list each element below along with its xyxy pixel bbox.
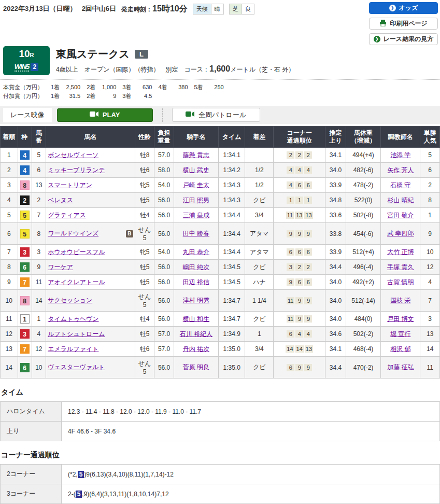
sex-age-cell: せん5: [135, 290, 154, 312]
margin-cell: 3/4: [245, 342, 274, 357]
jockey-link[interactable]: 横山 和生: [183, 315, 209, 323]
time-row-value: 4F 46.6 - 3F 34.6: [62, 422, 440, 441]
trainer-link[interactable]: 矢作 芳人: [387, 166, 414, 174]
horse-name-link[interactable]: ルフトシュトローム: [48, 330, 105, 339]
corner-section-title: コーナー通過順位: [1, 451, 440, 460]
body-weight-cell: 522(0): [346, 193, 381, 208]
trainer-link[interactable]: 古賀 慎明: [387, 278, 414, 286]
frame-badge: 7: [20, 344, 30, 354]
body-weight-cell: 468(-4): [346, 342, 381, 357]
jockey-link[interactable]: 菅原 明良: [183, 363, 209, 371]
jockey-link[interactable]: 丹内 祐次: [183, 345, 209, 353]
trainer-link[interactable]: 手塚 貴久: [387, 263, 414, 271]
corner-position: 2: [304, 263, 312, 271]
play-button[interactable]: PLAY: [57, 108, 153, 122]
frame-badge: 8: [20, 296, 30, 305]
trainer-link[interactable]: 杉山 晴紀: [387, 197, 414, 204]
agari-cell: 34.0: [325, 290, 346, 312]
trainer-link[interactable]: 相沢 郁: [390, 345, 410, 353]
trainer-link[interactable]: 武 幸四郎: [387, 230, 414, 237]
jockey-link[interactable]: 田中 勝春: [183, 230, 209, 237]
horse-name-link[interactable]: ベレヌス: [48, 196, 73, 205]
horse-name-link[interactable]: ヴェスターヴァルト: [48, 363, 105, 372]
frame-badge: 4: [20, 165, 30, 175]
jockey-link[interactable]: 丸田 恭介: [183, 248, 209, 256]
corner-position: 9: [304, 230, 312, 237]
table-row: 13712エメラルファイト牡657.0丹内 祐次1:35.03/41414133…: [1, 342, 440, 357]
position-cell: 10: [1, 290, 18, 312]
corner-position: 1: [295, 197, 303, 204]
weather-badge: 天候晴: [193, 4, 224, 15]
horse-name-link[interactable]: ボンセルヴィーソ: [48, 151, 98, 160]
horse-name-link[interactable]: アオイクレアトール: [48, 278, 105, 287]
corner-row-value: 2-(5,9)(6,4)(3,13,11)(1,8,10,14)7,12: [62, 484, 440, 504]
prize-place: 2着: [87, 83, 95, 92]
horse-name-link[interactable]: ホウオウピースフル: [48, 248, 105, 257]
position-cell: 12: [1, 327, 18, 342]
trainer-link[interactable]: 大竹 正博: [387, 248, 414, 256]
patrol-video-button[interactable]: 全周パトロール: [172, 108, 260, 122]
trainer-link[interactable]: 戸田 博文: [387, 315, 414, 323]
horse-name-link[interactable]: エメラルファイト: [48, 345, 98, 354]
horse-name-link[interactable]: ミッキーブリランテ: [48, 166, 105, 175]
jockey-cell: 石川 裕紀人: [174, 327, 218, 342]
corner-position: 1: [304, 197, 312, 204]
trainer-link[interactable]: 宮田 敬介: [387, 212, 414, 219]
body-weight-cell: 470(-2): [346, 357, 381, 379]
column-header: 着差: [245, 127, 274, 148]
odds-button[interactable]: ❯ オッズ: [369, 2, 438, 14]
jockey-link[interactable]: 戸崎 圭太: [183, 181, 209, 189]
corner-pass-cell: 966: [274, 275, 325, 290]
popularity-cell: 13: [420, 327, 440, 342]
jockey-link[interactable]: 石川 裕紀人: [180, 330, 212, 338]
jockey-link[interactable]: 江田 照男: [183, 197, 209, 204]
body-weight-cell: 484(0): [346, 312, 381, 327]
trainer-cell: 加藤 征弘: [381, 357, 420, 379]
agari-cell: 34.1: [325, 148, 346, 163]
trainer-link[interactable]: 堀 宣行: [390, 330, 410, 338]
horse-name-link[interactable]: タイムトゥヘヴン: [48, 315, 98, 324]
result-guide-button[interactable]: ❯ レース結果の見方: [369, 33, 438, 45]
horse-name-cell: ベレヌス: [46, 193, 135, 208]
table-row: 9711アオイクレアトール牡556.0田辺 裕信1:34.5ハナ96634.04…: [1, 275, 440, 290]
table-row: 422ベレヌス牡556.0江田 照男1:34.3クビ11134.8522(0)杉…: [1, 193, 440, 208]
print-button[interactable]: 印刷用ページ: [369, 18, 438, 30]
trainer-link[interactable]: 加藤 征弘: [387, 363, 414, 371]
corner-position: 11: [287, 297, 294, 304]
trainer-link[interactable]: 石橋 守: [390, 181, 410, 189]
horse-name-cell: サクセッション: [46, 290, 135, 312]
horse-number-cell: 7: [32, 208, 46, 223]
agari-cell: 34.0: [325, 275, 346, 290]
jockey-link[interactable]: 横山 武史: [183, 166, 209, 174]
prize-box: 本賞金（万円）1着2,5002着1,0003着6304着3805着250 付加賞…: [0, 80, 440, 105]
win5-number: 2: [31, 63, 38, 71]
frame-cell: 3: [18, 327, 32, 342]
jockey-cell: 菅原 明良: [174, 357, 218, 379]
body-weight-cell: 512(+4): [346, 245, 381, 260]
corner-pass-cell: 111: [274, 193, 325, 208]
body-weight-cell: 512(-14): [346, 290, 381, 312]
trainer-link[interactable]: 池添 学: [390, 151, 410, 159]
sex-age-cell: 牡6: [135, 342, 154, 357]
jockey-link[interactable]: 嶋田 純次: [183, 263, 209, 271]
horse-name-link[interactable]: ワーケア: [48, 263, 73, 272]
frame-cell: 6: [18, 260, 32, 275]
time-row-label: 上り: [1, 422, 62, 441]
jockey-link[interactable]: 三浦 皇成: [183, 212, 209, 219]
prize-value: 250: [203, 83, 224, 92]
time-row-label: ハロンタイム: [1, 402, 62, 422]
jockey-link[interactable]: 田辺 裕信: [183, 278, 209, 286]
trainer-link[interactable]: 国枝 栄: [390, 297, 410, 304]
prize-place: 1着: [51, 83, 60, 92]
sex-age-cell: 牡5: [135, 193, 154, 208]
body-weight-cell: 492(+2): [346, 275, 381, 290]
horse-name-link[interactable]: グラティアス: [48, 211, 86, 220]
prize-value: 4.5: [131, 92, 152, 101]
horse-name-link[interactable]: スマートリアン: [48, 181, 92, 190]
frame-badge: 8: [20, 180, 30, 190]
sex-age-cell: 牡4: [135, 208, 154, 223]
jockey-link[interactable]: 津村 明秀: [183, 297, 209, 304]
horse-name-link[interactable]: サクセッション: [48, 296, 92, 305]
horse-name-link[interactable]: ワールドウインズ: [48, 229, 98, 238]
jockey-link[interactable]: 藤懸 貴志: [183, 151, 209, 159]
